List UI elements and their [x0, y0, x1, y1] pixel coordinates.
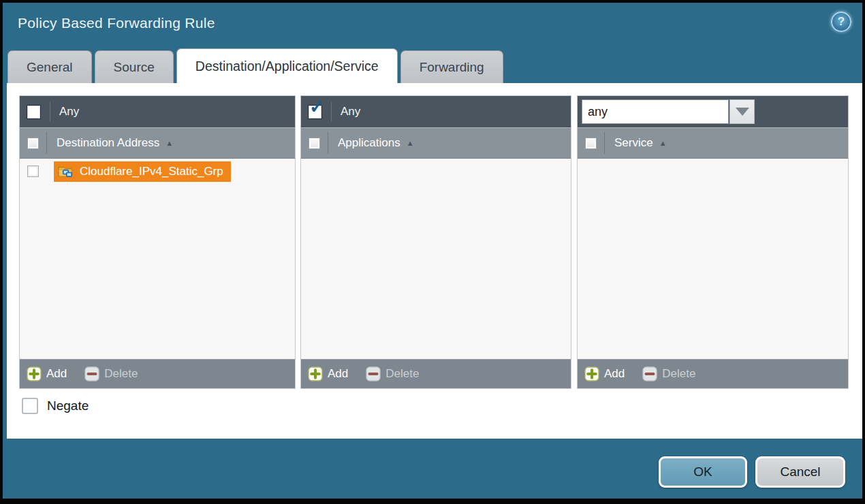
- service-add-button[interactable]: Add: [584, 366, 625, 381]
- sort-asc-icon[interactable]: ▲: [407, 139, 414, 147]
- applications-any-header: ✓ Any: [301, 96, 571, 127]
- address-group-name: Cloudflare_IPv4_Static_Grp: [80, 165, 223, 178]
- applications-add-button[interactable]: Add: [308, 366, 348, 381]
- add-icon: [584, 366, 599, 381]
- applications-any-checkbox[interactable]: ✓: [308, 105, 322, 119]
- add-label: Add: [604, 367, 625, 381]
- divider: [46, 132, 47, 154]
- address-group-icon: [58, 165, 74, 178]
- ok-button-label: OK: [693, 464, 712, 479]
- address-group-chip[interactable]: Cloudflare_IPv4_Static_Grp: [54, 161, 231, 182]
- tab-bar: General Source Destination/Application/S…: [7, 48, 506, 83]
- tab-forwarding-label: Forwarding: [420, 60, 484, 75]
- destination-any-checkbox[interactable]: [27, 105, 41, 119]
- destination-list-item[interactable]: Cloudflare_IPv4_Static_Grp: [20, 159, 295, 184]
- cancel-button-label: Cancel: [780, 464, 820, 479]
- negate-checkbox[interactable]: [22, 398, 38, 414]
- service-delete-button[interactable]: Delete: [642, 366, 695, 381]
- applications-selectall-checkbox[interactable]: [309, 138, 320, 149]
- service-selectall-checkbox[interactable]: [585, 138, 597, 149]
- tab-content: Any Destination Address ▲: [7, 83, 862, 439]
- delete-icon: [642, 366, 657, 381]
- divider: [604, 132, 605, 154]
- destination-add-button[interactable]: Add: [27, 366, 67, 381]
- add-label: Add: [328, 367, 348, 381]
- applications-any-label: Any: [341, 105, 360, 119]
- applications-column-header[interactable]: Applications ▲: [301, 127, 571, 159]
- tab-source[interactable]: Source: [95, 50, 174, 83]
- applications-footer: Add Delete: [301, 359, 571, 388]
- tab-source-label: Source: [114, 60, 155, 75]
- panels-row: Any Destination Address ▲: [19, 95, 849, 389]
- destination-selectall-checkbox[interactable]: [27, 138, 39, 149]
- destination-list: Cloudflare_IPv4_Static_Grp: [20, 159, 295, 359]
- destination-footer: Add Delete: [20, 359, 295, 388]
- destination-any-header: Any: [20, 96, 295, 127]
- help-glyph: ?: [838, 15, 845, 29]
- service-dropdown: [582, 99, 755, 124]
- service-dropdown-input[interactable]: [582, 99, 729, 124]
- tab-destination-application-service[interactable]: Destination/Application/Service: [176, 48, 398, 83]
- delete-icon: [366, 366, 381, 381]
- divider: [50, 101, 50, 122]
- divider: [331, 101, 332, 122]
- divider: [328, 132, 328, 154]
- service-panel: Service ▲ Add: [577, 95, 849, 389]
- applications-delete-button[interactable]: Delete: [366, 366, 419, 381]
- help-icon[interactable]: ?: [831, 12, 851, 32]
- row-checkbox[interactable]: [27, 166, 39, 177]
- tab-general[interactable]: General: [7, 50, 92, 83]
- tab-forwarding[interactable]: Forwarding: [400, 50, 503, 83]
- dialog-title: Policy Based Forwarding Rule: [18, 15, 215, 31]
- pbf-rule-dialog: Policy Based Forwarding Rule ? General S…: [0, 0, 865, 504]
- service-dropdown-button[interactable]: [729, 99, 755, 124]
- destination-address-panel: Any Destination Address ▲: [19, 95, 296, 389]
- delete-label: Delete: [386, 367, 419, 381]
- delete-icon: [84, 366, 99, 381]
- check-icon: ✓: [309, 98, 325, 116]
- service-list: [578, 159, 848, 359]
- destination-column-title: Destination Address: [57, 136, 159, 150]
- delete-label: Delete: [662, 367, 695, 381]
- applications-panel: ✓ Any Applications ▲: [300, 95, 571, 389]
- delete-label: Delete: [104, 367, 138, 381]
- ok-button[interactable]: OK: [659, 456, 747, 488]
- destination-any-label: Any: [59, 105, 79, 119]
- service-column-title: Service: [614, 136, 653, 150]
- cancel-button[interactable]: Cancel: [755, 456, 845, 488]
- add-icon: [308, 366, 323, 381]
- service-footer: Add Delete: [578, 359, 848, 388]
- sort-asc-icon[interactable]: ▲: [659, 139, 667, 147]
- chevron-down-icon: [736, 108, 749, 116]
- negate-label: Negate: [47, 398, 89, 413]
- tab-general-label: General: [27, 60, 73, 75]
- sort-asc-icon[interactable]: ▲: [166, 139, 173, 147]
- destination-column-header[interactable]: Destination Address ▲: [20, 127, 295, 159]
- destination-delete-button[interactable]: Delete: [84, 366, 138, 381]
- service-dropdown-header: [578, 96, 848, 127]
- applications-list: [301, 159, 571, 359]
- tab-das-label: Destination/Application/Service: [195, 59, 379, 74]
- negate-option[interactable]: Negate: [22, 398, 89, 414]
- add-icon: [27, 366, 42, 381]
- add-label: Add: [46, 367, 67, 381]
- service-column-header[interactable]: Service ▲: [578, 127, 848, 159]
- applications-column-title: Applications: [338, 136, 400, 150]
